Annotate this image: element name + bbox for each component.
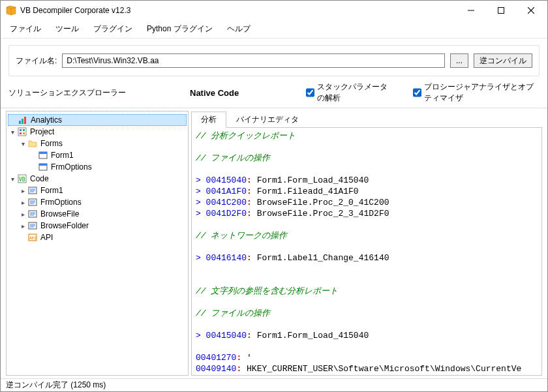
- menubar: ファイル ツール プラグイン Python プラグイン ヘルプ: [1, 20, 547, 38]
- browse-button[interactable]: ...: [450, 53, 468, 68]
- file-path-input[interactable]: [62, 53, 445, 68]
- folder-icon: [27, 138, 38, 149]
- tree-node-code[interactable]: ▾ VB Code: [8, 173, 187, 185]
- status-text: 逆コンパイル完了 (1250 ms): [6, 380, 106, 391]
- tree-node-analytics[interactable]: Analytics: [8, 114, 187, 126]
- svg-rect-15: [39, 164, 47, 166]
- proc-analyzer-input[interactable]: [413, 88, 421, 97]
- project-icon: [17, 127, 27, 137]
- menu-python-plugins[interactable]: Python プラグイン: [140, 22, 219, 37]
- tree-label: Form1: [51, 151, 74, 160]
- editor-tabs: 分析 バイナリエディタ: [191, 111, 542, 128]
- tree-node-code-frmoptions[interactable]: ▸ FrmOptions: [8, 196, 187, 208]
- sub-toolbar: ソリューションエクスプローラー Native Code スタックパラメータの解析…: [1, 80, 547, 108]
- tree-node-forms[interactable]: ▾ Forms: [8, 138, 187, 149]
- tree-label: Analytics: [31, 115, 62, 125]
- app-icon: [6, 5, 16, 16]
- native-code-label: Native Code: [190, 88, 294, 98]
- tree-node-project[interactable]: ▾ Project: [8, 126, 187, 138]
- svg-rect-7: [18, 128, 26, 136]
- chevron-right-icon[interactable]: ▸: [18, 199, 27, 206]
- chevron-down-icon[interactable]: ▾: [8, 175, 17, 183]
- tree-label: Form1: [40, 186, 63, 195]
- svg-rect-4: [19, 121, 21, 124]
- tree-label: BrowseFile: [40, 209, 79, 219]
- proc-analyzer-checkbox[interactable]: プロシージャアナライザとオプティマイザ: [413, 82, 540, 104]
- tree-node-browsefolder[interactable]: ▸ BrowseFolder: [8, 220, 187, 232]
- proc-analyzer-label: プロシージャアナライザとオプティマイザ: [424, 82, 540, 104]
- tree-label: API: [40, 233, 53, 242]
- file-open-panel: ファイル名: ... 逆コンパイル: [8, 45, 540, 76]
- api-icon: API: [27, 232, 38, 243]
- chevron-down-icon[interactable]: ▾: [8, 128, 17, 136]
- main-split: Analytics ▾ Project ▾ Forms Form1 FrmOpt…: [1, 108, 547, 378]
- minimize-button[interactable]: [456, 1, 486, 20]
- svg-text:VB: VB: [19, 177, 25, 183]
- solution-explorer-tree[interactable]: Analytics ▾ Project ▾ Forms Form1 FrmOpt…: [6, 111, 189, 376]
- stack-params-label: スタックパラメータの解析: [317, 82, 389, 104]
- tree-label: Forms: [40, 139, 63, 148]
- svg-rect-8: [20, 129, 22, 131]
- tree-label: Code: [30, 174, 49, 183]
- tree-label: FrmOptions: [51, 162, 92, 172]
- analytics-icon: [18, 115, 28, 125]
- stack-params-input[interactable]: [306, 88, 314, 97]
- svg-rect-6: [24, 117, 26, 124]
- code-icon: VB: [17, 173, 27, 184]
- chevron-right-icon[interactable]: ▸: [18, 187, 27, 194]
- svg-rect-5: [22, 119, 23, 124]
- decompile-button[interactable]: 逆コンパイル: [474, 53, 532, 68]
- tree-node-browsefile[interactable]: ▸ BrowseFile: [8, 208, 187, 220]
- close-button[interactable]: [516, 1, 546, 20]
- svg-rect-9: [23, 129, 25, 131]
- tree-node-form1[interactable]: Form1: [8, 149, 187, 161]
- svg-text:API: API: [29, 235, 37, 240]
- svg-rect-13: [39, 152, 47, 154]
- menu-plugins[interactable]: プラグイン: [87, 22, 139, 37]
- menu-tools[interactable]: ツール: [49, 22, 85, 37]
- tree-label: FrmOptions: [40, 198, 82, 207]
- maximize-button[interactable]: [486, 1, 516, 20]
- tab-binary-editor[interactable]: バイナリエディタ: [226, 112, 309, 128]
- menu-file[interactable]: ファイル: [3, 22, 48, 37]
- svg-rect-1: [498, 8, 504, 14]
- tree-node-code-form1[interactable]: ▸ Form1: [8, 185, 187, 196]
- analysis-code-view[interactable]: // 分析クイックレポート // ファイルの操作 > 00415040: For…: [191, 128, 542, 376]
- form-icon: [38, 162, 48, 172]
- form-icon: [38, 150, 48, 160]
- status-bar: 逆コンパイル完了 (1250 ms): [1, 378, 547, 391]
- app-window: VB Decompiler Corporate v12.3 ファイル ツール プ…: [0, 0, 548, 392]
- module-icon: [27, 209, 38, 219]
- solution-explorer-label: ソリューションエクスプローラー: [8, 87, 178, 98]
- chevron-down-icon[interactable]: ▾: [18, 140, 27, 147]
- tree-label: Project: [30, 127, 54, 136]
- chevron-right-icon[interactable]: ▸: [18, 211, 27, 218]
- menu-help[interactable]: ヘルプ: [221, 22, 257, 37]
- module-icon: [27, 185, 38, 196]
- tree-node-frmoptions[interactable]: FrmOptions: [8, 161, 187, 173]
- titlebar: VB Decompiler Corporate v12.3: [1, 1, 547, 20]
- module-icon: [27, 197, 38, 207]
- tree-label: BrowseFolder: [40, 221, 89, 230]
- svg-rect-10: [20, 132, 22, 134]
- chevron-right-icon[interactable]: ▸: [18, 222, 27, 230]
- file-name-label: ファイル名:: [16, 55, 57, 67]
- tab-analysis[interactable]: 分析: [191, 112, 226, 128]
- tree-node-api[interactable]: API API: [8, 232, 187, 243]
- svg-rect-11: [23, 132, 25, 134]
- right-pane: 分析 バイナリエディタ // 分析クイックレポート // ファイルの操作 > 0…: [191, 111, 542, 376]
- stack-params-checkbox[interactable]: スタックパラメータの解析: [306, 82, 389, 104]
- window-title: VB Decompiler Corporate v12.3: [20, 6, 456, 15]
- module-icon: [27, 220, 38, 231]
